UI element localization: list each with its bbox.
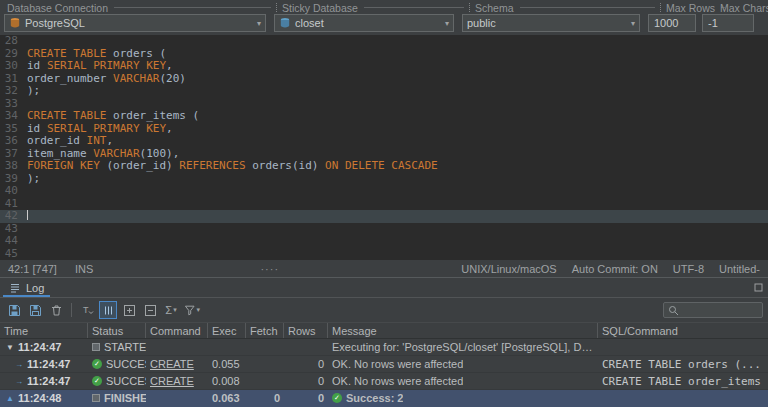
line-number: 32	[0, 85, 27, 98]
log-row[interactable]: ▼11:24:47STARTEDExecuting for: 'PostgreS…	[0, 339, 768, 356]
log-cell-fetch	[246, 356, 284, 372]
log-message: Success: 2	[346, 392, 403, 404]
command-link[interactable]: CREATE	[150, 358, 194, 370]
log-search[interactable]	[663, 302, 763, 318]
expander-right-icon[interactable]: →	[13, 377, 25, 386]
max-rows-label: Max Rows	[663, 2, 718, 14]
log-cell-sql: CREATE TABLE order_items (...	[598, 373, 768, 389]
sql-text: (100),	[140, 147, 180, 160]
sql-text: id	[27, 122, 47, 135]
chevron-down-icon: ▾	[445, 19, 449, 28]
database-connection-select[interactable]: PostgreSQL ▾	[4, 14, 266, 32]
code-line-32[interactable]: 32);	[0, 85, 768, 98]
insert-mode-indicator: INS	[75, 263, 93, 275]
scroll-lock-icon[interactable]	[99, 301, 117, 319]
log-row[interactable]: →11:24:47✓SUCCESSCREATE0.0550OK. No rows…	[0, 356, 768, 373]
sticky-database-label: Sticky Database	[279, 2, 361, 14]
sql-keyword: INT	[87, 134, 107, 147]
clear-log-icon[interactable]	[47, 301, 65, 319]
log-row[interactable]: →11:24:47✓SUCCESSCREATE0.0080OK. No rows…	[0, 373, 768, 390]
vertical-separator	[276, 3, 277, 12]
log-message: Executing for: 'PostgreSQL/closet' [Post…	[332, 341, 594, 353]
sql-keyword: VARCHAR	[93, 147, 139, 160]
search-input[interactable]	[682, 303, 758, 317]
log-cell-message: OK. No rows were affected	[328, 373, 598, 389]
schema-label-section: Schema	[472, 2, 658, 13]
expander-right-icon[interactable]: →	[13, 360, 25, 369]
log-time: 11:24:47	[27, 358, 70, 370]
sql-editor[interactable]: 2829CREATE TABLE orders (30id SERIAL PRI…	[0, 35, 768, 260]
log-cell-status: STARTED	[88, 339, 146, 355]
log-cell-rows: 0	[284, 356, 328, 372]
code-line-42[interactable]: 42	[0, 210, 768, 223]
code-line-31[interactable]: 31order_number VARCHAR(20)	[0, 73, 768, 86]
sql-keyword: REFERENCES	[179, 159, 245, 172]
log-column-fetch[interactable]: Fetch	[246, 323, 284, 338]
log-status: STARTED	[104, 341, 146, 353]
sql-text: ,	[166, 122, 173, 135]
log-table-header: TimeStatusCommandExecFetchRowsMessageSQL…	[0, 323, 768, 339]
filter-icon[interactable]: ▾	[183, 301, 201, 319]
schema-value: public	[467, 17, 627, 29]
sql-ide-window: Database Connection Sticky Database Sche…	[0, 0, 768, 407]
success-check-icon: ✓	[332, 393, 342, 403]
log-cell-command: CREATE	[146, 356, 208, 372]
database-icon	[279, 17, 291, 29]
text-caret	[27, 210, 28, 220]
code-line-41[interactable]: 41	[0, 198, 768, 211]
line-number: 36	[0, 135, 27, 148]
log-panel: Log T	[0, 277, 768, 407]
schema-select[interactable]: public ▾	[462, 14, 640, 32]
log-cell-sql: CREATE TABLE orders (...	[598, 356, 768, 372]
log-cell-sql	[598, 339, 768, 355]
code-line-38[interactable]: 38FOREIGN KEY (order_id) REFERENCES orde…	[0, 160, 768, 173]
log-column-command[interactable]: Command	[146, 323, 208, 338]
code-line-39[interactable]: 39);	[0, 173, 768, 186]
splitter-handle[interactable]: ····	[93, 263, 446, 275]
command-link[interactable]: CREATE	[150, 375, 194, 387]
code-line-35[interactable]: 35id SERIAL PRIMARY KEY,	[0, 123, 768, 136]
save-all-icon[interactable]	[26, 301, 44, 319]
log-column-message[interactable]: Message	[328, 323, 598, 338]
log-cell-command: CREATE	[146, 373, 208, 389]
log-column-exec[interactable]: Exec	[208, 323, 246, 338]
log-column-sql[interactable]: SQL/Command	[598, 323, 768, 338]
tab-log[interactable]: Log	[0, 278, 53, 297]
expander-down-icon[interactable]: ▼	[4, 343, 16, 352]
status-square-icon	[92, 343, 100, 351]
sql-text: item_name	[27, 147, 93, 160]
max-rows-label-section: Max Rows	[663, 2, 717, 13]
max-chars-input[interactable]	[702, 14, 754, 32]
code-line-44[interactable]: 44	[0, 235, 768, 248]
success-check-icon: ✓	[92, 359, 102, 369]
sticky-database-select[interactable]: closet ▾	[274, 14, 454, 32]
code-line-40[interactable]: 40	[0, 185, 768, 198]
expand-all-icon[interactable]	[120, 301, 138, 319]
line-ending-indicator: UNIX/Linux/macOS	[461, 263, 556, 275]
line-number: 30	[0, 60, 27, 73]
expander-up-icon[interactable]: ▲	[4, 394, 16, 403]
log-column-rows[interactable]: Rows	[284, 323, 328, 338]
code-line-43[interactable]: 43	[0, 223, 768, 236]
save-log-icon[interactable]	[5, 301, 23, 319]
log-cell-rows: 0	[284, 373, 328, 389]
log-cell-time: ▼11:24:47	[0, 339, 88, 355]
sql-text: orders(id)	[246, 159, 325, 172]
log-cell-rows	[284, 339, 328, 355]
line-number: 45	[0, 248, 27, 261]
word-wrap-icon[interactable]: T	[78, 301, 96, 319]
code-text	[27, 210, 28, 224]
tab-log-label: Log	[26, 282, 44, 294]
editor-lines: 2829CREATE TABLE orders (30id SERIAL PRI…	[0, 35, 768, 260]
log-column-status[interactable]: Status	[88, 323, 146, 338]
log-status: SUCCESS	[106, 375, 146, 387]
code-line-45[interactable]: 45	[0, 248, 768, 261]
code-text: order_number VARCHAR(20)	[27, 73, 186, 86]
log-column-time[interactable]: Time	[0, 323, 88, 338]
collapse-all-icon[interactable]	[141, 301, 159, 319]
aggregate-icon[interactable]: Σ▾	[162, 301, 180, 319]
restore-panel-icon[interactable]	[754, 283, 763, 292]
max-rows-input[interactable]	[648, 14, 696, 32]
log-row[interactable]: ▲11:24:48FINISHED0.06300✓Success: 2	[0, 390, 768, 407]
encoding-indicator: UTF-8	[673, 263, 704, 275]
